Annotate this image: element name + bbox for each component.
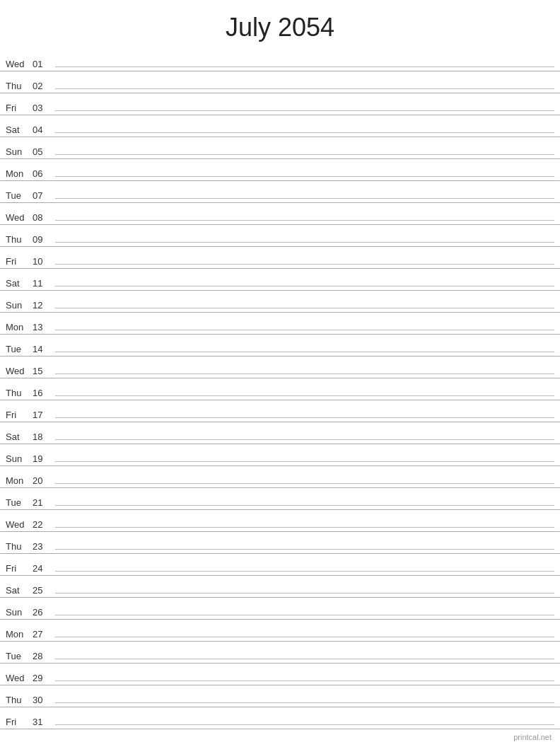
day-line bbox=[55, 154, 554, 155]
table-row: Thu23 bbox=[0, 532, 560, 554]
day-number: 04 bbox=[33, 124, 52, 137]
day-name: Sat bbox=[6, 124, 33, 137]
day-number: 01 bbox=[33, 59, 52, 71]
day-name: Fri bbox=[6, 717, 33, 729]
day-number: 15 bbox=[33, 366, 52, 378]
table-row: Mon13 bbox=[0, 313, 560, 335]
day-line bbox=[55, 286, 554, 286]
day-name: Fri bbox=[6, 103, 33, 115]
day-name: Sun bbox=[6, 146, 33, 158]
day-name: Thu bbox=[6, 81, 33, 93]
day-line bbox=[55, 549, 554, 550]
table-row: Thu02 bbox=[0, 71, 560, 93]
day-number: 12 bbox=[33, 300, 52, 312]
day-name: Tue bbox=[6, 344, 33, 356]
day-name: Thu bbox=[6, 388, 33, 400]
day-name: Sat bbox=[6, 278, 33, 290]
day-line bbox=[55, 439, 554, 440]
day-name: Fri bbox=[6, 410, 33, 422]
day-number: 14 bbox=[33, 344, 52, 356]
day-line bbox=[55, 505, 554, 506]
day-line bbox=[55, 571, 554, 572]
day-line bbox=[55, 593, 554, 593]
day-line bbox=[55, 483, 554, 484]
day-name: Mon bbox=[6, 322, 33, 334]
table-row: Sun26 bbox=[0, 598, 560, 620]
table-row: Sat04 bbox=[0, 115, 560, 137]
table-row: Mon06 bbox=[0, 159, 560, 181]
day-name: Sat bbox=[6, 432, 33, 444]
page-title: July 2054 bbox=[0, 0, 560, 50]
watermark: printcal.net bbox=[513, 733, 552, 741]
day-number: 20 bbox=[33, 475, 52, 487]
day-line bbox=[55, 264, 554, 265]
day-line bbox=[55, 176, 554, 177]
day-line bbox=[55, 110, 554, 111]
day-line bbox=[55, 352, 554, 352]
day-name: Wed bbox=[6, 519, 33, 531]
table-row: Wed22 bbox=[0, 510, 560, 532]
table-row: Mon20 bbox=[0, 466, 560, 488]
day-number: 13 bbox=[33, 322, 52, 334]
day-name: Thu bbox=[6, 695, 33, 707]
day-line bbox=[55, 527, 554, 528]
day-name: Tue bbox=[6, 497, 33, 509]
day-name: Thu bbox=[6, 234, 33, 246]
day-line bbox=[55, 198, 554, 199]
day-number: 16 bbox=[33, 388, 52, 400]
day-number: 21 bbox=[33, 497, 52, 509]
day-number: 30 bbox=[33, 695, 52, 707]
table-row: Wed15 bbox=[0, 357, 560, 378]
table-row: Sun12 bbox=[0, 291, 560, 313]
day-number: 24 bbox=[33, 563, 52, 575]
day-number: 23 bbox=[33, 541, 52, 553]
day-line bbox=[55, 308, 554, 308]
day-number: 03 bbox=[33, 103, 52, 115]
day-line bbox=[55, 374, 554, 374]
day-number: 05 bbox=[33, 146, 52, 158]
calendar-container: Wed01Thu02Fri03Sat04Sun05Mon06Tue07Wed08… bbox=[0, 50, 560, 729]
table-row: Sat25 bbox=[0, 576, 560, 598]
table-row: Tue14 bbox=[0, 335, 560, 357]
day-name: Fri bbox=[6, 563, 33, 575]
day-name: Mon bbox=[6, 629, 33, 641]
day-number: 29 bbox=[33, 673, 52, 685]
day-number: 02 bbox=[33, 81, 52, 93]
day-number: 11 bbox=[33, 278, 52, 290]
table-row: Sat18 bbox=[0, 422, 560, 444]
day-number: 19 bbox=[33, 453, 52, 465]
day-line bbox=[55, 395, 554, 396]
table-row: Sat11 bbox=[0, 269, 560, 291]
day-number: 08 bbox=[33, 212, 52, 224]
day-line bbox=[55, 417, 554, 418]
day-number: 09 bbox=[33, 234, 52, 246]
day-line bbox=[55, 615, 554, 615]
day-line bbox=[55, 681, 554, 681]
day-line bbox=[55, 242, 554, 243]
table-row: Wed01 bbox=[0, 50, 560, 71]
day-name: Sat bbox=[6, 585, 33, 597]
day-number: 25 bbox=[33, 585, 52, 597]
table-row: Fri31 bbox=[0, 707, 560, 729]
day-name: Mon bbox=[6, 475, 33, 487]
table-row: Tue28 bbox=[0, 642, 560, 664]
day-line bbox=[55, 702, 554, 703]
table-row: Wed08 bbox=[0, 203, 560, 225]
day-number: 17 bbox=[33, 410, 52, 422]
table-row: Fri03 bbox=[0, 93, 560, 115]
table-row: Thu30 bbox=[0, 685, 560, 707]
day-line bbox=[55, 66, 554, 67]
day-number: 07 bbox=[33, 190, 52, 202]
day-name: Sun bbox=[6, 453, 33, 465]
table-row: Fri24 bbox=[0, 554, 560, 576]
day-name: Sun bbox=[6, 300, 33, 312]
day-line bbox=[55, 220, 554, 221]
day-number: 27 bbox=[33, 629, 52, 641]
day-number: 06 bbox=[33, 168, 52, 180]
table-row: Thu09 bbox=[0, 225, 560, 247]
day-name: Wed bbox=[6, 212, 33, 224]
day-line bbox=[55, 637, 554, 637]
day-name: Tue bbox=[6, 651, 33, 663]
day-name: Sun bbox=[6, 607, 33, 619]
day-line bbox=[55, 724, 554, 725]
